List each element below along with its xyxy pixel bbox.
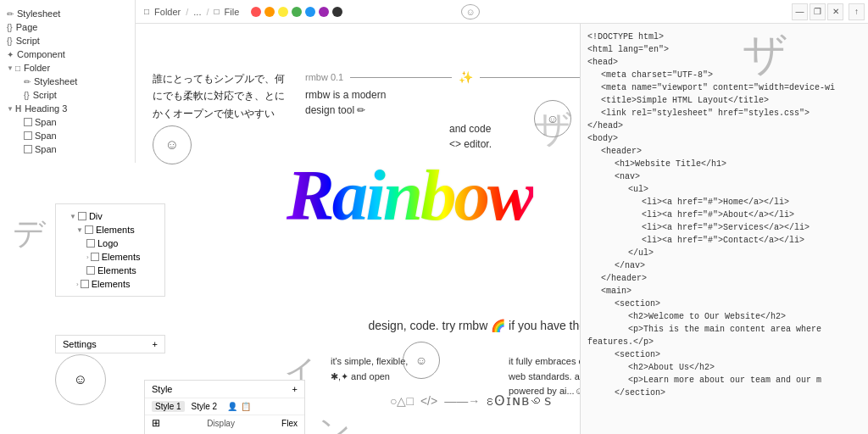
code-line-6: <title>Simple HTML Layout</title> (587, 94, 861, 107)
color-yellow[interactable] (278, 7, 288, 17)
collapse-button[interactable]: ↑ (849, 3, 865, 20)
code-line-10: <header> (587, 145, 861, 158)
code-line-4: <meta charset="UTF-8"> (587, 69, 861, 81)
code-line-28: <p>Learn more about our team and our m (587, 374, 861, 387)
rmbw-line-right (480, 77, 581, 78)
code-line-27: <h2>About Us</h2> (587, 361, 861, 374)
minimize-button[interactable]: — (792, 3, 808, 20)
style-tabs: Style 1 Style 2 👤 📋 (145, 398, 304, 415)
jp-description-text: 誰にとってもシンプルで、何 にでも柔軟に対応でき、とに かくオープンで使いやすい (153, 73, 285, 120)
arrow-icon: ——→ (444, 394, 480, 408)
script2-icon: {} (24, 91, 30, 100)
style-panel-title: Style (152, 384, 172, 394)
style-position-row: ⊕ Position Relative (145, 431, 304, 434)
code-line-7: <link rel="stylesheet" href="styles.css"… (587, 107, 861, 120)
code-line-22: <section> (587, 298, 861, 310)
elements1-checkbox[interactable] (85, 225, 93, 234)
code-line-9: <body> (587, 132, 861, 145)
style-panel-plus[interactable]: + (292, 384, 298, 394)
tree-item-span1[interactable]: Span (0, 115, 135, 129)
tree-item-page[interactable]: {} Page (0, 20, 135, 34)
span3-checkbox[interactable] (24, 145, 32, 153)
color-red[interactable] (251, 7, 261, 17)
breadcrumb-dots[interactable]: ... (193, 7, 201, 17)
display-label: Display (207, 419, 235, 428)
tree-item-span2[interactable]: Span (0, 129, 135, 142)
and-code-text: and code <> editor. (449, 123, 492, 150)
and-code-editor: and code <> editor. (449, 121, 492, 152)
style-copy-icon: 📋 (241, 402, 251, 411)
breadcrumb-file[interactable]: File (225, 7, 240, 17)
elements4-chevron: › (76, 281, 79, 288)
tree-item-stylesheet[interactable]: ✏ Stylesheet (0, 7, 135, 20)
color-blue[interactable] (305, 7, 315, 17)
settings-label: Settings (63, 339, 97, 349)
smiley-face-icon: ☺ (74, 372, 87, 387)
code-line-1: <!DOCTYPE html> (587, 31, 861, 43)
logo-checkbox[interactable] (86, 239, 95, 248)
jp-description: 誰にとってもシンプルで、何 にでも柔軟に対応でき、とに かくオープンで使いやすい (153, 70, 288, 122)
code-line-14: <li><a href="#">Home</a></li> (587, 196, 861, 209)
shapes-icon: ○△□ (390, 394, 414, 408)
code-line-20: </header> (587, 272, 861, 285)
smiley-top-right: ☺ (534, 100, 571, 137)
span1-checkbox[interactable] (24, 118, 32, 126)
color-purple[interactable] (319, 7, 329, 17)
rainbow-label: Rainbow (287, 155, 533, 235)
folder-chevron: ▼ (7, 64, 14, 72)
tree-item-folder[interactable]: ▼ □ Folder (0, 61, 135, 75)
breadcrumb-sep2: / (206, 7, 209, 17)
n-katakana: ン (318, 409, 351, 434)
code-line-24: <p>This is the main content area where (587, 323, 861, 336)
code-line-19: </nav> (587, 259, 861, 272)
tree-item-stylesheet2[interactable]: ✏ Stylesheet (0, 75, 135, 88)
bottom-symbols: ○△□ </> ——→ ꮛʘɪɴʙ꩜ꜱ (390, 392, 552, 409)
style-user-icon: 👤 (227, 402, 237, 411)
code-line-18: </ul> (587, 247, 861, 259)
de-katakana: デ (13, 212, 46, 255)
maximize-button[interactable]: ❐ (810, 3, 826, 20)
elements2-checkbox[interactable] (91, 253, 99, 261)
close-button[interactable]: ✕ (827, 3, 843, 20)
tree-item-component[interactable]: ✦ Component (0, 47, 135, 61)
smiley-left-icon: ☺ (165, 137, 179, 153)
style-tab-1[interactable]: Style 1 (152, 401, 185, 412)
script-icon: {} (7, 36, 13, 46)
rmbw-version: rmbw 0.1 (305, 72, 343, 82)
breadcrumb-folder[interactable]: Folder (154, 7, 181, 17)
top-toolbar: □ Folder / ... / □ File ☺ (136, 0, 868, 24)
color-palette (251, 7, 342, 17)
code-brackets-icon: </> (420, 394, 437, 408)
display-value: Flex (281, 419, 298, 428)
code-line-2: <html lang="en"> (587, 43, 861, 56)
color-green[interactable] (292, 7, 302, 17)
smiley-bottom-center: ☺ (403, 342, 440, 379)
breadcrumb-sep1: / (186, 7, 188, 17)
elements4-checkbox[interactable] (81, 280, 89, 288)
logo-text: ꮛʘɪɴʙ꩜ꜱ (487, 392, 552, 409)
window-chrome: — ❐ ✕ ↑ (792, 0, 868, 24)
div-checkbox[interactable] (78, 212, 86, 220)
it-simple-text: it's simple, flexible, ✱,✦ and open (331, 356, 408, 381)
code-line-11: <h1>Website Title</h1> (587, 158, 861, 170)
tree-item-span3[interactable]: Span (0, 142, 135, 156)
elements3-checkbox[interactable] (86, 266, 95, 275)
tree-item-script[interactable]: {} Script (0, 34, 135, 47)
tree-item-heading3[interactable]: ▼ H Heading 3 (0, 102, 135, 115)
code-line-12: <nav> (587, 170, 861, 183)
style-tab-2[interactable]: Style 2 (188, 401, 221, 412)
code-line-5: <meta name="viewport" content="width=dev… (587, 81, 861, 94)
color-dark[interactable] (332, 7, 342, 17)
code-line-15: <li><a href="#">About</a></li> (587, 209, 861, 221)
smiley-top-center: ☺ (449, 0, 492, 24)
heading3-chevron: ▼ (7, 105, 14, 113)
stylesheet-icon: ✏ (7, 9, 14, 19)
tree-item-script2[interactable]: {} Script (0, 88, 135, 102)
code-line-26: <section> (587, 348, 861, 361)
smiley-bottom-icon: ☺ (415, 353, 427, 367)
code-panel: <!DOCTYPE html> <html lang="en"> <head> … (580, 24, 868, 434)
span2-checkbox[interactable] (24, 131, 32, 140)
display-grid-icon: ⊞ (152, 417, 160, 429)
style-panel: Style + Style 1 Style 2 👤 📋 ⊞ Display Fl… (144, 380, 305, 434)
color-orange[interactable] (264, 7, 275, 17)
